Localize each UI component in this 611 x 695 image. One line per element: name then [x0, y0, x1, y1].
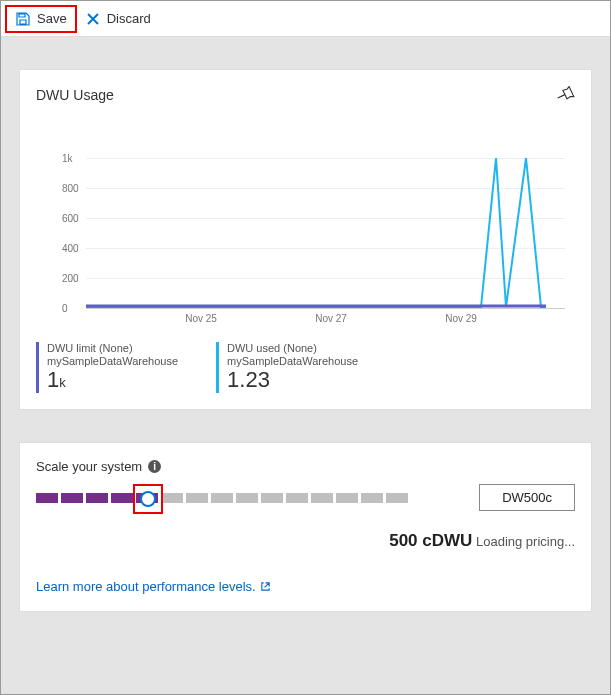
ytick: 200 — [62, 273, 79, 284]
legend-value: 1.23 — [227, 367, 270, 392]
discard-label: Discard — [107, 11, 151, 26]
slider-segment — [111, 493, 133, 503]
legend-item: DWU used (None) mySampleDataWarehouse 1.… — [216, 342, 358, 393]
external-link-icon — [260, 581, 271, 592]
slider-segment — [286, 493, 308, 503]
dwu-usage-card: DWU Usage 0 200 400 600 800 1k Nov 25 No… — [19, 69, 592, 410]
slider-segment — [61, 493, 83, 503]
legend-suffix: k — [59, 375, 66, 390]
learn-more-link[interactable]: Learn more about performance levels. — [36, 579, 271, 594]
slider-segment — [161, 493, 183, 503]
save-label: Save — [37, 11, 67, 26]
slider-segment — [336, 493, 358, 503]
link-text: Learn more about performance levels. — [36, 579, 256, 594]
legend-label: DWU limit (None) — [47, 342, 178, 355]
slider-segment — [361, 493, 383, 503]
panel-content[interactable]: DWU Usage 0 200 400 600 800 1k Nov 25 No… — [1, 37, 610, 693]
ytick: 400 — [62, 243, 79, 254]
dwu-chart: 0 200 400 600 800 1k Nov 25 Nov 27 Nov 2… — [36, 128, 575, 328]
close-icon — [85, 11, 101, 27]
tier-display: DW500c — [479, 484, 575, 511]
legend-sub: mySampleDataWarehouse — [47, 355, 178, 368]
ytick: 600 — [62, 213, 79, 224]
legend-value: 1 — [47, 367, 59, 392]
slider-segment — [186, 493, 208, 503]
ytick: 0 — [62, 303, 68, 314]
slider-segment — [36, 493, 58, 503]
ytick: 1k — [62, 153, 73, 164]
save-button[interactable]: Save — [5, 5, 77, 33]
cdwu-unit: cDWU — [422, 531, 472, 550]
cdwu-value: 500 — [389, 531, 417, 550]
xtick: Nov 27 — [315, 313, 347, 324]
chart-legend: DWU limit (None) mySampleDataWarehouse 1… — [36, 336, 575, 393]
chart-title: DWU Usage — [36, 87, 114, 103]
xtick: Nov 29 — [445, 313, 477, 324]
scale-title: Scale your system — [36, 459, 142, 474]
slider-segment — [386, 493, 408, 503]
legend-label: DWU used (None) — [227, 342, 358, 355]
slider-segment — [236, 493, 258, 503]
pricing-text: Loading pricing... — [476, 534, 575, 549]
slider-segment — [311, 493, 333, 503]
info-icon[interactable]: i — [148, 460, 161, 473]
scale-slider[interactable] — [36, 485, 416, 509]
slider-handle[interactable] — [140, 491, 156, 507]
discard-button[interactable]: Discard — [77, 7, 159, 31]
legend-item: DWU limit (None) mySampleDataWarehouse 1… — [36, 342, 178, 393]
slider-segment — [261, 493, 283, 503]
save-icon — [15, 11, 31, 27]
command-bar: Save Discard — [1, 1, 610, 37]
slider-segment — [211, 493, 233, 503]
ytick: 800 — [62, 183, 79, 194]
scale-card: Scale your system i DW500c 500 cDWU Load… — [19, 442, 592, 612]
xtick: Nov 25 — [185, 313, 217, 324]
slider-segment — [86, 493, 108, 503]
pin-icon[interactable] — [557, 86, 575, 104]
slider-handle-highlight — [133, 484, 163, 514]
pricing-row: 500 cDWU Loading pricing... — [36, 531, 575, 551]
chart-plot — [86, 128, 546, 308]
